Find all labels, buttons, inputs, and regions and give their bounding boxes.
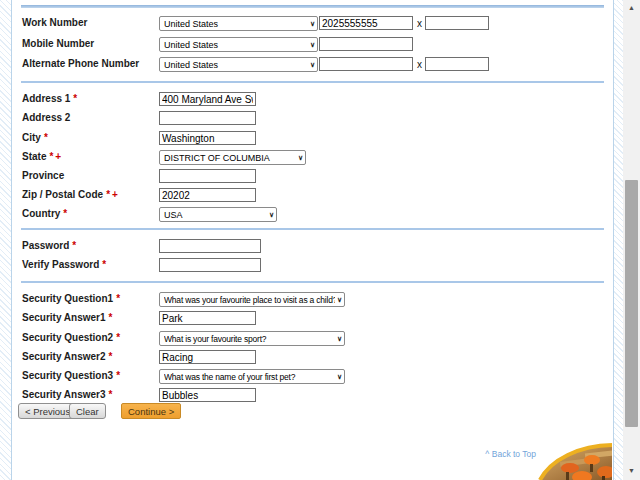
state-label: State [22,151,46,162]
classroom-photo-svg [530,442,612,480]
security-question2-label: Security Question2 [22,332,113,343]
state-row: State*+ DISTRICT OF COLUMBIA ∨ [12,150,613,167]
work-number-input[interactable] [319,16,413,30]
select-value: What was the name of your first pet? [164,372,335,382]
address2-input[interactable] [159,111,256,125]
required-marker: * [44,132,48,143]
security-question3-select[interactable]: What was the name of your first pet? ∨ [159,369,345,384]
required-marker: * [116,370,120,381]
security-question2-select[interactable]: What is your favourite sport? ∨ [159,331,345,346]
required-marker: * [116,293,120,304]
registration-form-page: { "phone_section": { "rows": [ {"label":… [0,0,640,480]
password-row: Password* [12,239,613,256]
chevron-down-icon: ∨ [337,373,342,381]
back-to-top-link[interactable]: ^ Back to Top [485,449,536,459]
province-input[interactable] [159,169,256,183]
state-select[interactable]: DISTRICT OF COLUMBIA ∨ [159,150,306,165]
alternate-phone-extension-input[interactable] [425,57,489,71]
security-answer2-row: Security Answer2* [12,350,613,367]
mobile-number-row: Mobile Number United States ∨ [12,37,613,54]
required-marker: * [73,93,77,104]
select-value: DISTRICT OF COLUMBIA [164,153,296,163]
vertical-scrollbar[interactable]: ▲ ▼ [623,0,640,480]
security-question3-label: Security Question3 [22,370,113,381]
select-value: United States [164,40,308,50]
chevron-down-icon: ∨ [337,335,342,343]
caret-up-icon: ^ [485,449,489,459]
extension-separator: x [417,18,422,29]
alternate-phone-row: Alternate Phone Number United States ∨ x [12,57,613,74]
work-number-label: Work Number [22,17,87,28]
required-marker: * [72,240,76,251]
security-answer2-label: Security Answer2 [22,351,106,362]
alternate-phone-label: Alternate Phone Number [22,58,139,69]
work-number-extension-input[interactable] [425,16,489,30]
security-question1-label: Security Question1 [22,293,113,304]
city-input[interactable] [159,131,256,145]
scrollbar-thumb[interactable] [625,180,638,427]
address1-input[interactable] [159,92,256,106]
section-divider [21,281,604,283]
password-input[interactable] [159,239,261,253]
zip-input[interactable] [159,188,256,202]
required-marker: * [102,259,106,270]
chevron-down-icon: ∨ [310,41,315,49]
city-label: City [22,132,41,143]
chevron-down-icon: ∨ [269,211,274,219]
section-divider [21,81,604,83]
mobile-number-input[interactable] [319,37,413,51]
country-select[interactable]: USA ∨ [159,207,277,222]
country-row: Country* USA ∨ [12,207,613,224]
required-marker: * [49,151,53,162]
extension-separator: x [417,59,422,70]
button-row: < Previous Clear Continue > [12,403,613,421]
required-marker: * [109,351,113,362]
alternate-phone-country-select[interactable]: United States ∨ [159,57,318,72]
work-number-row: Work Number United States ∨ x [12,16,613,33]
select-value: United States [164,19,308,29]
select-value: What is your favourite sport? [164,334,335,344]
security-answer1-label: Security Answer1 [22,312,106,323]
zip-label: Zip / Postal Code [22,189,103,200]
address1-row: Address 1* [12,92,613,109]
geo-marker: + [112,189,118,200]
scrollbar-down-arrow-icon[interactable]: ▼ [623,463,640,478]
required-marker: * [106,189,110,200]
required-marker: * [116,332,120,343]
required-marker: * [109,312,113,323]
select-value: What was your favourite place to visit a… [164,295,335,305]
required-marker: * [109,389,113,400]
work-number-country-select[interactable]: United States ∨ [159,16,318,31]
security-answer1-row: Security Answer1* [12,311,613,328]
mobile-number-country-select[interactable]: United States ∨ [159,37,318,52]
address1-label: Address 1 [22,93,70,104]
security-answer3-label: Security Answer3 [22,389,106,400]
chevron-down-icon: ∨ [310,20,315,28]
geo-marker: + [55,151,61,162]
top-divider [21,5,604,8]
form-content-area: Work Number United States ∨ x Mobile Num… [11,0,614,480]
security-question2-row: Security Question2* What is your favouri… [12,331,613,348]
security-answer2-input[interactable] [159,350,256,364]
section-divider [21,228,604,230]
verify-password-input[interactable] [159,258,261,272]
select-value: USA [164,210,267,220]
security-question1-row: Security Question1* What was your favour… [12,292,613,309]
clear-button[interactable]: Clear [69,403,106,419]
chevron-down-icon: ∨ [310,61,315,69]
chevron-down-icon: ∨ [298,154,303,162]
zip-row: Zip / Postal Code*+ [12,188,613,205]
alternate-phone-input[interactable] [319,57,413,71]
security-answer3-input[interactable] [159,388,256,402]
security-question1-select[interactable]: What was your favourite place to visit a… [159,292,345,307]
security-question3-row: Security Question3* What was the name of… [12,369,613,386]
classroom-photo-corner [530,442,612,480]
country-label: Country [22,208,60,219]
address2-label: Address 2 [22,112,70,123]
scrollbar-up-arrow-icon[interactable]: ▲ [623,0,640,15]
province-row: Province [12,169,613,186]
select-value: United States [164,60,308,70]
security-answer1-input[interactable] [159,311,256,325]
address2-row: Address 2 [12,111,613,128]
continue-button[interactable]: Continue > [121,403,181,419]
